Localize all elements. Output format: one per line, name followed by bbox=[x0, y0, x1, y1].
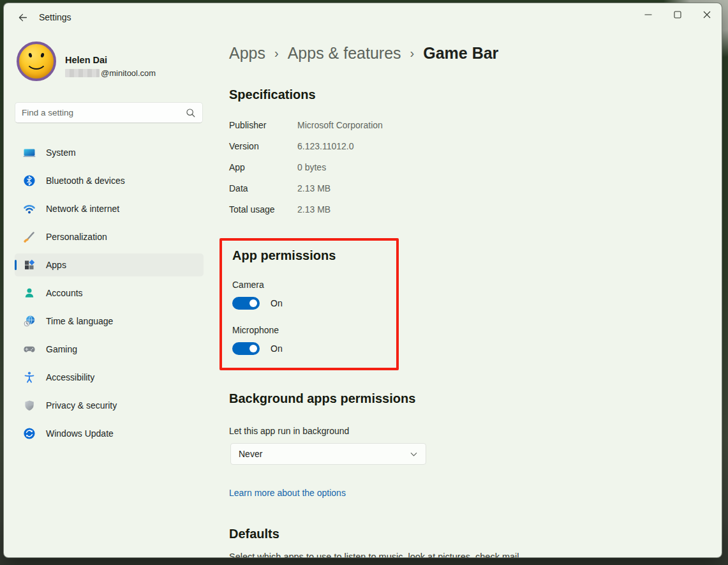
wifi-icon bbox=[23, 202, 36, 215]
spec-value: 0 bytes bbox=[297, 162, 326, 172]
learn-more-link[interactable]: Learn more about the options bbox=[229, 488, 346, 498]
sidebar-item-accounts[interactable]: Accounts bbox=[15, 282, 204, 305]
microphone-permission-label: Microphone bbox=[232, 325, 396, 335]
sidebar-item-label: Privacy & security bbox=[46, 400, 117, 411]
spec-row: Version 6.123.11012.0 bbox=[229, 135, 383, 156]
spec-label: Total usage bbox=[229, 204, 297, 215]
microphone-toggle-row: On bbox=[232, 342, 396, 355]
email-redacted bbox=[65, 69, 100, 77]
defaults-title: Defaults bbox=[229, 527, 279, 541]
spec-label: Version bbox=[229, 141, 297, 151]
chevron-down-icon bbox=[410, 450, 418, 458]
spec-value: 2.13 MB bbox=[297, 204, 331, 215]
sidebar-item-label: Personalization bbox=[46, 232, 107, 242]
system-icon bbox=[23, 146, 36, 159]
spec-label: Data bbox=[229, 183, 297, 193]
sidebar-item-label: System bbox=[46, 147, 76, 158]
background-run-label: Let this app run in background bbox=[229, 426, 349, 436]
sidebar-item-bluetooth-devices[interactable]: Bluetooth & devices bbox=[15, 169, 204, 192]
breadcrumb-current-page: Game Bar bbox=[423, 44, 498, 63]
back-arrow-icon bbox=[17, 12, 28, 23]
breadcrumb: Apps › Apps & features › Game Bar bbox=[229, 44, 498, 63]
search-box[interactable] bbox=[15, 102, 203, 123]
maximize-button[interactable] bbox=[663, 3, 692, 26]
spec-value: Microsoft Corporation bbox=[297, 120, 383, 130]
sidebar-item-apps[interactable]: Apps bbox=[15, 253, 204, 276]
spec-row: App 0 bytes bbox=[229, 156, 383, 177]
minimize-icon bbox=[644, 11, 652, 19]
spec-label: Publisher bbox=[229, 120, 297, 130]
sidebar-item-label: Windows Update bbox=[46, 428, 114, 439]
email-domain: @minitool.com bbox=[101, 68, 156, 78]
sidebar-item-label: Gaming bbox=[46, 344, 77, 354]
back-button[interactable] bbox=[13, 8, 32, 26]
avatar-smile bbox=[26, 49, 47, 70]
shield-icon bbox=[23, 399, 36, 412]
clock-globe-icon bbox=[23, 315, 36, 328]
camera-permission-label: Camera bbox=[232, 280, 396, 290]
sidebar-item-label: Network & internet bbox=[46, 204, 119, 214]
chevron-right-icon: › bbox=[274, 46, 279, 61]
spec-row: Data 2.13 MB bbox=[229, 177, 383, 199]
breadcrumb-apps-features[interactable]: Apps & features bbox=[288, 44, 401, 63]
toggle-knob bbox=[249, 345, 257, 352]
update-icon bbox=[23, 427, 36, 440]
maximize-icon bbox=[674, 11, 681, 19]
close-button[interactable] bbox=[692, 3, 722, 26]
spec-row: Publisher Microsoft Corporation bbox=[229, 114, 383, 135]
user-name: Helen Dai bbox=[65, 55, 107, 65]
sidebar-item-network-internet[interactable]: Network & internet bbox=[15, 197, 204, 220]
specifications-title: Specifications bbox=[229, 87, 316, 102]
user-email: @minitool.com bbox=[65, 68, 156, 78]
sidebar-nav: System Bluetooth & devices Network & int… bbox=[15, 141, 204, 450]
sidebar-item-label: Apps bbox=[46, 260, 66, 270]
titlebar: Settings bbox=[4, 3, 722, 31]
sidebar-item-windows-update[interactable]: Windows Update bbox=[15, 422, 204, 445]
sidebar-item-label: Bluetooth & devices bbox=[46, 176, 125, 186]
close-icon bbox=[703, 11, 711, 19]
paintbrush-icon bbox=[23, 230, 36, 243]
apps-icon bbox=[23, 259, 36, 271]
spec-value: 6.123.11012.0 bbox=[297, 141, 354, 151]
sidebar-item-personalization[interactable]: Personalization bbox=[15, 225, 204, 248]
avatar[interactable] bbox=[17, 41, 56, 81]
sidebar-item-gaming[interactable]: Gaming bbox=[15, 338, 204, 361]
toggle-knob bbox=[249, 299, 257, 307]
app-permissions-highlight-box: App permissions Camera On Microphone On bbox=[219, 238, 399, 370]
background-permissions-title: Background apps permissions bbox=[229, 391, 415, 406]
camera-toggle-state: On bbox=[271, 298, 283, 308]
bluetooth-icon bbox=[23, 174, 36, 187]
app-permissions-title: App permissions bbox=[232, 248, 396, 263]
camera-toggle-row: On bbox=[232, 297, 396, 310]
chevron-right-icon: › bbox=[410, 46, 415, 61]
breadcrumb-apps[interactable]: Apps bbox=[229, 44, 265, 63]
camera-toggle[interactable] bbox=[232, 297, 260, 310]
sidebar-item-privacy-security[interactable]: Privacy & security bbox=[15, 394, 204, 417]
gamepad-icon bbox=[23, 343, 36, 356]
minimize-button[interactable] bbox=[634, 3, 663, 26]
microphone-toggle-state: On bbox=[271, 343, 283, 354]
person-icon bbox=[23, 287, 36, 299]
sidebar-item-system[interactable]: System bbox=[15, 141, 204, 164]
specifications-list: Publisher Microsoft Corporation Version … bbox=[229, 114, 383, 220]
dropdown-selected-value: Never bbox=[239, 449, 262, 459]
accessibility-icon bbox=[23, 371, 36, 384]
sidebar-item-label: Accessibility bbox=[46, 372, 94, 382]
search-icon bbox=[186, 108, 196, 118]
sidebar-item-time-language[interactable]: Time & language bbox=[15, 310, 204, 333]
search-input[interactable] bbox=[22, 108, 186, 117]
spec-row: Total usage 2.13 MB bbox=[229, 199, 383, 220]
microphone-toggle[interactable] bbox=[232, 342, 260, 355]
settings-window: Settings Helen Dai @minitool.com bbox=[3, 3, 722, 558]
spec-value: 2.13 MB bbox=[297, 183, 331, 193]
spec-label: App bbox=[229, 162, 297, 172]
defaults-description: Select which apps to use to listen to mu… bbox=[229, 552, 612, 558]
window-title: Settings bbox=[39, 12, 71, 22]
sidebar-item-label: Accounts bbox=[46, 288, 83, 298]
sidebar-item-accessibility[interactable]: Accessibility bbox=[15, 366, 204, 389]
sidebar-item-label: Time & language bbox=[46, 316, 113, 326]
background-run-dropdown[interactable]: Never bbox=[230, 443, 426, 465]
